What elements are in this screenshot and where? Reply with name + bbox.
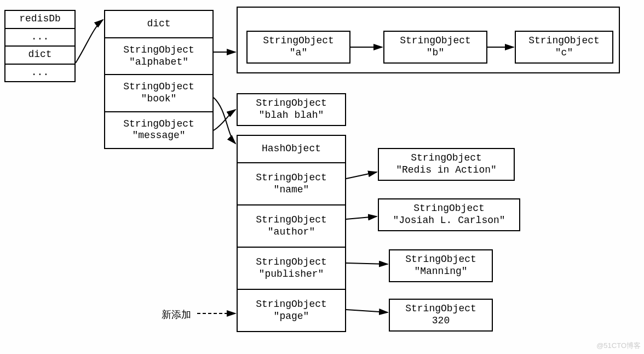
redisdb-table: redisDb ... dict ... (4, 10, 76, 82)
dict-header: dict (105, 11, 212, 38)
hash-field-2-value: "publisher" (239, 269, 344, 281)
hashobject-table: HashObject StringObject "name" StringObj… (237, 135, 346, 332)
hash-value-0-value: "Redis in Action" (379, 164, 514, 176)
blah-value: "blah blah" (238, 110, 345, 122)
hash-field-2: StringObject "publisher" (238, 248, 345, 290)
dict-key-2-value: "message" (106, 130, 211, 142)
hash-value-3-value: 320 (390, 315, 492, 327)
dict-table: dict StringObject "alphabet" StringObjec… (104, 10, 214, 149)
svg-line-5 (346, 263, 388, 264)
redisdb-row-2: ... (5, 65, 74, 82)
dict-key-0-type: StringObject (106, 44, 211, 56)
blah-box: StringObject "blah blah" (237, 93, 346, 126)
hash-value-1-value: "Josiah L. Carlson" (379, 215, 519, 227)
dict-key-2-type: StringObject (106, 118, 211, 130)
list-item-0-type: StringObject (248, 35, 349, 47)
list-item-0: StringObject "a" (246, 31, 350, 64)
redisdb-row-0: ... (5, 29, 74, 47)
list-item-1-value: "b" (384, 47, 486, 59)
dict-key-1-type: StringObject (106, 81, 211, 93)
hash-value-0: StringObject "Redis in Action" (378, 148, 515, 181)
dict-key-0: StringObject "alphabet" (105, 38, 212, 75)
new-added-label: 新添加 (162, 308, 191, 321)
watermark: @51CTO博客 (596, 341, 641, 351)
hash-value-2-value: "Manning" (390, 266, 492, 278)
hash-field-1-value: "author" (239, 226, 344, 238)
list-item-2: StringObject "c" (515, 31, 613, 64)
hash-value-0-type: StringObject (379, 152, 514, 164)
hash-field-1-type: StringObject (239, 214, 344, 226)
hash-field-0-value: "name" (239, 184, 344, 196)
hash-field-3: StringObject "page" (238, 290, 345, 331)
hash-field-0-type: StringObject (239, 172, 344, 184)
svg-line-6 (346, 310, 388, 312)
dict-key-0-value: "alphabet" (106, 56, 211, 68)
redisdb-header: redisDb (5, 11, 74, 29)
svg-line-4 (346, 216, 377, 219)
list-item-1: StringObject "b" (383, 31, 487, 64)
svg-line-3 (346, 172, 377, 179)
hash-field-3-type: StringObject (239, 299, 344, 311)
list-item-0-value: "a" (248, 47, 349, 59)
hash-value-1-type: StringObject (379, 203, 519, 215)
hash-field-0: StringObject "name" (238, 163, 345, 205)
hashobject-header: HashObject (238, 136, 345, 163)
dict-key-2: StringObject "message" (105, 112, 212, 148)
dict-key-1-value: "book" (106, 93, 211, 105)
hash-field-1: StringObject "author" (238, 205, 345, 248)
dict-key-1: StringObject "book" (105, 75, 212, 112)
blah-type: StringObject (238, 98, 345, 110)
hash-field-3-value: "page" (239, 311, 344, 323)
redisdb-row-1: dict (5, 47, 74, 65)
list-item-2-value: "c" (516, 47, 612, 59)
list-item-2-type: StringObject (516, 35, 612, 47)
hash-value-3: StringObject 320 (389, 299, 493, 332)
hash-value-1: StringObject "Josiah L. Carlson" (378, 198, 520, 231)
hash-field-2-type: StringObject (239, 256, 344, 269)
hash-value-3-type: StringObject (390, 303, 492, 315)
list-item-1-type: StringObject (384, 35, 486, 47)
hash-value-2: StringObject "Manning" (389, 249, 493, 282)
hash-value-2-type: StringObject (390, 254, 492, 266)
